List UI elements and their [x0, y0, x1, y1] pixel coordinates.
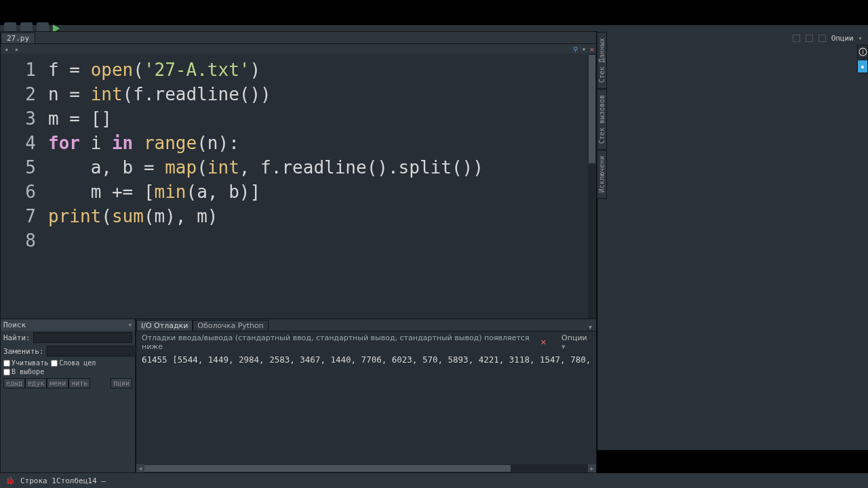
chevron-down-icon[interactable]: ▾ — [127, 321, 132, 329]
layout-icon[interactable] — [818, 35, 826, 42]
chevron-down-icon[interactable]: ▾ — [582, 45, 586, 53]
scroll-right-icon[interactable]: ▸ — [588, 464, 596, 472]
find-label: Найти: — [3, 333, 31, 342]
close-icon[interactable]: ✕ — [590, 45, 594, 53]
letterbox-top — [0, 0, 868, 25]
right-panel: Опции ◆ — [597, 31, 868, 450]
cb-in-selection[interactable]: В выборе — [3, 368, 44, 375]
svg-text:◆: ◆ — [861, 63, 865, 70]
debug-output[interactable]: 61455 [5544, 1449, 2984, 2583, 3467, 144… — [136, 353, 596, 464]
main-toolbar — [0, 25, 868, 31]
svg-rect-2 — [862, 49, 863, 50]
info-icon[interactable] — [857, 45, 868, 58]
layout-icon[interactable] — [806, 35, 813, 42]
tab-python-shell[interactable]: Оболочка Python — [193, 320, 268, 331]
replace-input[interactable] — [47, 346, 146, 357]
python-icon[interactable]: ◆ — [857, 60, 868, 73]
nav-fwd-icon[interactable]: ▸ — [14, 45, 20, 53]
side-tab-call-stack[interactable]: Стек вызовов — [597, 89, 607, 150]
search-title: Поиск — [3, 321, 26, 329]
editor-tabbar: 27.py — [1, 32, 596, 44]
bug-icon[interactable]: 🐞 — [5, 476, 15, 485]
replace-button[interactable]: мени — [47, 378, 68, 388]
debug-io-panel: I/O Отладки Оболочка Python ▾ Отладки вв… — [136, 319, 597, 473]
side-tab-exceptions[interactable]: Исключени — [597, 150, 607, 199]
output-scrollbar-horizontal[interactable]: ◂ ▸ — [136, 464, 596, 472]
editor-controls: ◂ ▸ ⚲ ▾ ✕ — [1, 44, 596, 54]
side-tab-data-stack[interactable]: Стек Данных — [597, 32, 607, 89]
search-panel: Поиск ▾ Найти: Заменить: Учитывать Слова… — [0, 319, 136, 473]
options-button[interactable]: Опции — [831, 34, 863, 43]
debug-info-text: Отладки ввода/вывода (стандартный ввод, … — [142, 333, 535, 351]
replace-all-button[interactable]: нить — [68, 378, 90, 388]
scroll-left-icon[interactable]: ◂ — [136, 464, 144, 472]
nav-back-icon[interactable]: ◂ — [3, 45, 9, 53]
chevron-down-icon[interactable]: ▾ — [589, 323, 596, 331]
clear-icon[interactable]: ✕ — [535, 338, 552, 347]
replace-label: Заменить: — [3, 347, 44, 356]
debug-options-button[interactable]: Опции — [561, 333, 591, 351]
find-prev-button[interactable]: едыд — [3, 378, 25, 388]
status-bar: 🐞 Строка 1Столбец14 – — [0, 473, 868, 488]
search-options-button[interactable]: пции — [111, 378, 132, 388]
tab-debug-io[interactable]: I/O Отладки — [136, 320, 193, 331]
cursor-position: Строка 1Столбец14 – — [20, 476, 106, 485]
find-input[interactable] — [33, 332, 132, 343]
cb-whole-word[interactable]: Слова цел — [51, 359, 96, 367]
side-tabs: Стек Данных Стек вызовов Исключени — [597, 32, 607, 199]
pin-icon[interactable]: ⚲ — [573, 45, 578, 53]
editor-tab[interactable]: 27.py — [1, 33, 35, 43]
find-next-button[interactable]: едук — [25, 378, 47, 388]
layout-icon[interactable] — [793, 35, 800, 42]
cb-case[interactable]: Учитывать — [3, 359, 48, 367]
svg-rect-1 — [862, 51, 863, 54]
